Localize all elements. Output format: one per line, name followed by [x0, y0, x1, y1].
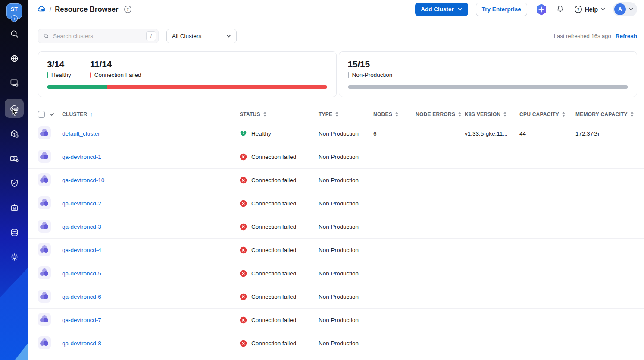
- cluster-name-link[interactable]: qa-devtroncd-3: [62, 224, 101, 230]
- connection-failed-status-icon: [240, 270, 247, 277]
- column-header-type[interactable]: TYPE: [319, 111, 373, 117]
- column-header-k8s-version[interactable]: K8S VERSION: [465, 111, 519, 117]
- breadcrumb: / Resource Browser ?: [37, 5, 132, 14]
- table-row[interactable]: qa-devtroncd-5 Connection failed Non Pro…: [28, 262, 644, 285]
- mouse-cursor: [12, 108, 18, 117]
- svg-text:?: ?: [577, 7, 579, 12]
- sidebar-item-storage[interactable]: [6, 224, 23, 241]
- try-enterprise-button[interactable]: Try Enterprise: [476, 3, 527, 16]
- connection-failed-count: 11/14: [90, 59, 141, 69]
- column-header-memory-capacity[interactable]: MEMORY CAPACITY: [575, 111, 637, 117]
- resource-browser-breadcrumb-icon[interactable]: [37, 5, 46, 14]
- cluster-type: Non Production: [319, 154, 373, 160]
- cluster-type: Non Production: [319, 224, 373, 230]
- sidebar-item-search[interactable]: [6, 25, 23, 42]
- cluster-type: Non Production: [319, 270, 373, 277]
- sort-icon: [395, 111, 399, 117]
- sidebar-item-settings[interactable]: [6, 248, 23, 265]
- cluster-icon: [38, 126, 51, 139]
- non-production-label: Non-Production: [352, 72, 393, 78]
- notifications-button[interactable]: [556, 5, 565, 14]
- status-text: Connection failed: [251, 294, 296, 300]
- page-title: Resource Browser: [55, 5, 118, 13]
- sidebar-nav: [0, 25, 28, 265]
- try-enterprise-label: Try Enterprise: [482, 6, 521, 13]
- sidebar-item-cost[interactable]: [6, 150, 23, 167]
- cluster-icon: [38, 313, 51, 326]
- org-logo-text: ST: [10, 6, 18, 13]
- sidebar-item-applications[interactable]: [6, 74, 23, 92]
- table-row[interactable]: qa-devtroncd-10 Connection failed Non Pr…: [28, 169, 644, 192]
- sidebar-item-bot[interactable]: [6, 199, 23, 216]
- sidebar-item-security[interactable]: [6, 174, 23, 192]
- table-row[interactable]: qa-devtroncd-3 Connection failed Non Pro…: [28, 215, 644, 239]
- sort-icon: [458, 111, 462, 117]
- column-header-nodes[interactable]: NODES: [373, 111, 416, 117]
- add-cluster-button[interactable]: Add Cluster: [415, 3, 468, 16]
- sort-icon: [503, 111, 507, 117]
- sidebar-item-global[interactable]: [6, 50, 23, 67]
- search-input[interactable]: [53, 33, 143, 39]
- non-production-metric: 15/15 Non-Production: [348, 59, 393, 78]
- connection-failed-status-icon: [240, 316, 247, 324]
- cluster-name-link[interactable]: qa-devtroncd-8: [62, 340, 101, 347]
- status-progress-bar: [47, 85, 328, 89]
- production-stat-card: 15/15 Non-Production: [339, 51, 638, 97]
- shield-check-icon: [9, 178, 19, 188]
- org-logo[interactable]: ST: [6, 3, 22, 19]
- k8s-version: v1.33.5-gke.11...: [465, 130, 519, 137]
- nodes-count: 6: [373, 130, 416, 137]
- cluster-icon: [38, 150, 51, 163]
- avatar: A: [614, 3, 626, 15]
- cluster-icon: [38, 336, 51, 349]
- breadcrumb-separator: /: [50, 6, 51, 13]
- column-header-status[interactable]: STATUS: [240, 111, 319, 117]
- cluster-name-link[interactable]: qa-devtroncd-7: [62, 317, 101, 323]
- status-text: Connection failed: [251, 154, 296, 160]
- table-row[interactable]: default_cluster Healthy Non Production 6…: [28, 122, 644, 145]
- user-menu[interactable]: A: [613, 2, 637, 16]
- chevron-down-icon[interactable]: [49, 112, 54, 117]
- ai-assistant-icon[interactable]: [535, 3, 548, 16]
- healthy-status-icon: [240, 130, 247, 137]
- cluster-name-link[interactable]: qa-devtroncd-2: [62, 200, 101, 207]
- cluster-type: Non Production: [319, 294, 373, 300]
- table-row[interactable]: qa-devtroncd-2 Connection failed Non Pro…: [28, 192, 644, 215]
- table-row[interactable]: qa-devtroncd-4 Connection failed Non Pro…: [28, 239, 644, 262]
- cluster-name-link[interactable]: qa-devtroncd-5: [62, 270, 101, 277]
- table-row[interactable]: qa-devtroncd-6 Connection failed Non Pro…: [28, 285, 644, 309]
- table-row[interactable]: qa-devtroncd-7 Connection failed Non Pro…: [28, 309, 644, 332]
- column-header-node-errors[interactable]: NODE ERRORS: [416, 111, 465, 117]
- table-header: CLUSTER↑ STATUS TYPE NODES NODE ERRORS K…: [28, 107, 644, 122]
- cluster-name-link[interactable]: qa-devtroncd-6: [62, 294, 101, 300]
- search-icon: [9, 29, 19, 39]
- column-header-cpu-capacity[interactable]: CPU CAPACITY: [519, 111, 575, 117]
- cluster-name-link[interactable]: qa-devtroncd-4: [62, 247, 101, 253]
- select-all-checkbox[interactable]: [38, 111, 45, 118]
- cluster-name-link[interactable]: qa-devtroncd-10: [62, 177, 104, 183]
- failed-bar-segment: [107, 85, 327, 89]
- connection-failed-status-icon: [240, 200, 247, 207]
- cluster-name-link[interactable]: default_cluster: [62, 130, 100, 137]
- page-help-icon[interactable]: ?: [124, 5, 132, 13]
- sort-icon: [335, 111, 339, 117]
- cluster-icon: [38, 173, 51, 186]
- globe-icon: [9, 54, 19, 63]
- cluster-name-link[interactable]: qa-devtroncd-1: [62, 154, 101, 160]
- cluster-filter-select[interactable]: All Clusters: [166, 29, 237, 43]
- sort-ascending-icon: ↑: [90, 111, 93, 117]
- connection-failed-status-icon: [240, 177, 247, 184]
- refresh-link[interactable]: Refresh: [616, 33, 637, 39]
- table-row[interactable]: qa-devtroncd-8 Connection failed Non Pro…: [28, 332, 644, 355]
- column-header-cluster[interactable]: CLUSTER↑: [62, 111, 240, 117]
- search-box[interactable]: /: [38, 29, 159, 43]
- bot-icon: [9, 203, 19, 213]
- cluster-icon: [38, 290, 51, 303]
- last-refreshed-text: Last refreshed 16s ago: [554, 33, 611, 39]
- sidebar-bg-shape: [0, 252, 28, 360]
- cluster-icon: [38, 266, 51, 279]
- sidebar-item-chart-store[interactable]: [6, 125, 23, 142]
- chevron-down-icon: [458, 7, 463, 12]
- help-menu[interactable]: ? Help: [572, 5, 605, 13]
- table-row[interactable]: qa-devtroncd-1 Connection failed Non Pro…: [28, 145, 644, 169]
